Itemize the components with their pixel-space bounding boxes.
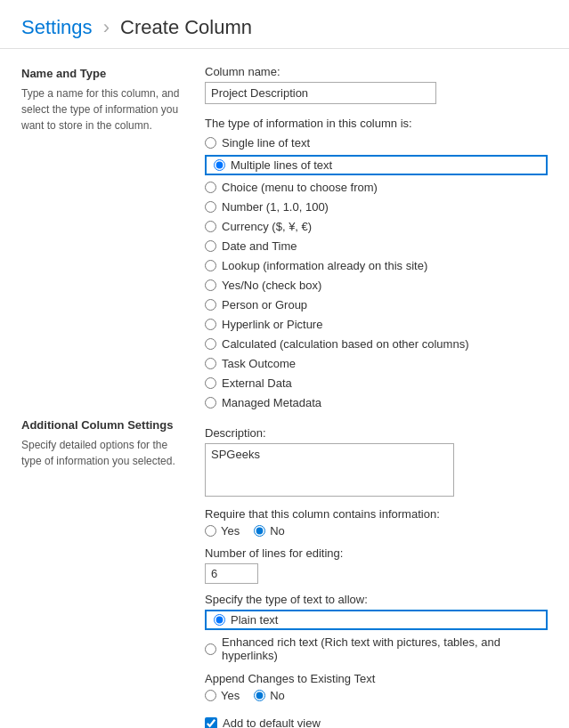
type-radio-group: Single line of text Multiple lines of te…	[205, 135, 548, 410]
type-label-10: Calculated (calculation based on other c…	[222, 337, 469, 351]
require-yes-label: Yes	[221, 524, 240, 538]
default-view-checkbox[interactable]	[205, 717, 217, 729]
type-option-5[interactable]: Date and Time	[205, 239, 548, 254]
main-content: Name and Type Type a name for this colum…	[0, 49, 569, 728]
page-title: Settings › Create Column	[21, 16, 548, 39]
type-radio-8[interactable]	[205, 299, 216, 311]
append-no-label: No	[270, 689, 285, 702]
text-type-radio-group: Plain text Enhanced rich text (Rich text…	[205, 610, 548, 663]
column-name-label: Column name:	[205, 65, 548, 78]
type-radio-6[interactable]	[205, 260, 216, 271]
text-type-label-1: Enhanced rich text (Rich text with pictu…	[222, 635, 548, 662]
text-type-radio-1[interactable]	[205, 643, 216, 655]
text-type-option-0[interactable]: Plain text	[205, 610, 548, 630]
type-label-7: Yes/No (check box)	[222, 279, 321, 292]
type-label-4: Currency ($, ¥, €)	[222, 220, 312, 233]
type-label-8: Person or Group	[222, 298, 307, 311]
create-column-title: Create Column	[120, 16, 252, 38]
type-label-6: Lookup (information already on this site…	[222, 259, 427, 272]
append-radio-group: Yes No	[205, 689, 548, 702]
breadcrumb-separator: ›	[103, 16, 110, 38]
section2-title: Additional Column Settings	[21, 418, 182, 432]
type-radio-0[interactable]	[205, 137, 216, 149]
default-view-option[interactable]: Add to default view	[205, 716, 548, 728]
type-option-0[interactable]: Single line of text	[205, 135, 548, 150]
type-radio-13[interactable]	[205, 397, 216, 408]
type-option-11[interactable]: Task Outcome	[205, 356, 548, 371]
text-type-radio-0[interactable]	[214, 614, 225, 626]
lines-input[interactable]	[205, 563, 258, 584]
type-option-9[interactable]: Hyperlink or Picture	[205, 317, 548, 332]
text-type-label-0: Plain text	[231, 613, 278, 627]
type-label-12: External Data	[222, 376, 292, 390]
section2-desc: Specify detailed options for the type of…	[21, 437, 182, 469]
append-yes-option[interactable]: Yes	[205, 689, 240, 702]
require-no-option[interactable]: No	[254, 524, 285, 538]
type-label-11: Task Outcome	[222, 357, 296, 370]
desc-label: Description:	[205, 426, 548, 440]
page-header: Settings › Create Column	[0, 0, 569, 49]
require-no-radio[interactable]	[254, 525, 265, 537]
type-option-4[interactable]: Currency ($, ¥, €)	[205, 219, 548, 234]
column-name-input[interactable]	[205, 82, 436, 104]
settings-link[interactable]: Settings	[21, 16, 93, 38]
type-label-3: Number (1, 1.0, 100)	[222, 200, 329, 214]
require-yes-radio[interactable]	[205, 525, 216, 537]
type-radio-3[interactable]	[205, 201, 216, 213]
type-radio-9[interactable]	[205, 319, 216, 330]
type-label-13: Managed Metadata	[222, 396, 321, 409]
type-option-13[interactable]: Managed Metadata	[205, 395, 548, 410]
section1-desc: Type a name for this column, and select …	[21, 85, 182, 133]
type-radio-5[interactable]	[205, 240, 216, 252]
type-radio-7[interactable]	[205, 279, 216, 291]
type-option-7[interactable]: Yes/No (check box)	[205, 278, 548, 293]
type-option-1[interactable]: Multiple lines of text	[205, 155, 548, 175]
text-type-option-1[interactable]: Enhanced rich text (Rich text with pictu…	[205, 635, 548, 663]
left-panel: Name and Type Type a name for this colum…	[0, 49, 196, 728]
description-textarea[interactable]: SPGeeks	[205, 443, 454, 497]
type-label-5: Date and Time	[222, 239, 297, 253]
append-yes-radio[interactable]	[205, 690, 216, 701]
require-radio-group: Yes No	[205, 524, 548, 538]
type-label-2: Choice (menu to choose from)	[222, 181, 378, 194]
type-option-8[interactable]: Person or Group	[205, 297, 548, 312]
type-option-2[interactable]: Choice (menu to choose from)	[205, 180, 548, 195]
type-radio-4[interactable]	[205, 221, 216, 232]
section1-title: Name and Type	[21, 67, 182, 80]
type-option-3[interactable]: Number (1, 1.0, 100)	[205, 199, 548, 214]
append-no-option[interactable]: No	[254, 689, 285, 702]
type-option-12[interactable]: External Data	[205, 376, 548, 391]
type-radio-11[interactable]	[205, 358, 216, 369]
type-radio-2[interactable]	[205, 182, 216, 193]
require-yes-option[interactable]: Yes	[205, 524, 240, 538]
append-label: Append Changes to Existing Text	[205, 672, 548, 685]
append-no-radio[interactable]	[254, 690, 265, 701]
type-label-1: Multiple lines of text	[231, 158, 332, 172]
type-label-0: Single line of text	[222, 136, 310, 150]
type-label-9: Hyperlink or Picture	[222, 318, 322, 331]
type-radio-12[interactable]	[205, 377, 216, 389]
text-type-label: Specify the type of text to allow:	[205, 593, 548, 606]
type-label: The type of information in this column i…	[205, 117, 548, 130]
type-radio-1[interactable]	[214, 159, 225, 171]
append-yes-label: Yes	[221, 689, 240, 702]
lines-label: Number of lines for editing:	[205, 546, 548, 560]
type-option-6[interactable]: Lookup (information already on this site…	[205, 258, 548, 273]
require-no-label: No	[270, 524, 285, 538]
type-radio-10[interactable]	[205, 338, 216, 350]
require-label: Require that this column contains inform…	[205, 507, 548, 521]
default-view-label: Add to default view	[223, 716, 321, 728]
right-panel: Column name: The type of information in …	[196, 49, 569, 728]
type-option-10[interactable]: Calculated (calculation based on other c…	[205, 336, 548, 352]
